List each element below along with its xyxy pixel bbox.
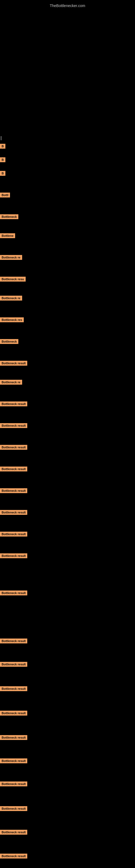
bottleneck-result-label: Bottleneck result: [0, 445, 27, 450]
bottleneck-result-label: Bottleneck result: [0, 423, 27, 428]
bottleneck-result-label: Bottleneck result: [0, 590, 27, 595]
bottleneck-result-label: Bottleneck re: [0, 296, 22, 301]
bottleneck-result-label: Bottleneck result: [0, 401, 27, 406]
bottleneck-result-label: Bottleneck re: [0, 380, 22, 384]
bottleneck-result-label: B: [0, 171, 5, 176]
bottleneck-result-label: Bottlene: [0, 233, 15, 238]
bottleneck-result-label: Bottleneck: [0, 214, 18, 219]
bottleneck-result-label: Bottleneck result: [0, 806, 27, 811]
bottleneck-result-label: Bottleneck result: [0, 662, 27, 667]
bottleneck-result-label: Bottleneck result: [0, 854, 27, 859]
bottleneck-result-label: Bottleneck result: [0, 467, 27, 471]
bottleneck-result-label: B: [0, 157, 5, 162]
bottleneck-result-label: Bottl: [0, 193, 10, 197]
cursor: |: [1, 135, 2, 141]
site-title: TheBottlenecker.com: [0, 1, 135, 10]
bottleneck-result-label: Bottleneck result: [0, 758, 27, 763]
bottleneck-result-label: Bottleneck result: [0, 488, 27, 493]
bottleneck-result-label: Bottleneck result: [0, 781, 27, 786]
bottleneck-result-label: Bottleneck result: [0, 532, 27, 536]
bottleneck-result-label: B: [0, 144, 5, 149]
bottleneck-result-label: Bottleneck resu: [0, 277, 26, 282]
bottleneck-result-label: Bottleneck result: [0, 510, 27, 515]
bottleneck-result-label: Bottleneck res: [0, 317, 24, 322]
bottleneck-result-label: Bottleneck result: [0, 735, 27, 740]
bottleneck-result-label: Bottleneck result: [0, 639, 27, 643]
bottleneck-result-label: Bottleneck result: [0, 553, 27, 558]
bottleneck-result-label: Bottleneck result: [0, 711, 27, 716]
bottleneck-result-label: Bottleneck result: [0, 830, 27, 835]
bottleneck-result-label: Bottleneck re: [0, 255, 22, 260]
bottleneck-result-label: Bottleneck result: [0, 686, 27, 691]
bottleneck-result-label: Bottleneck result: [0, 361, 27, 366]
bottleneck-result-label: Bottleneck: [0, 339, 18, 344]
